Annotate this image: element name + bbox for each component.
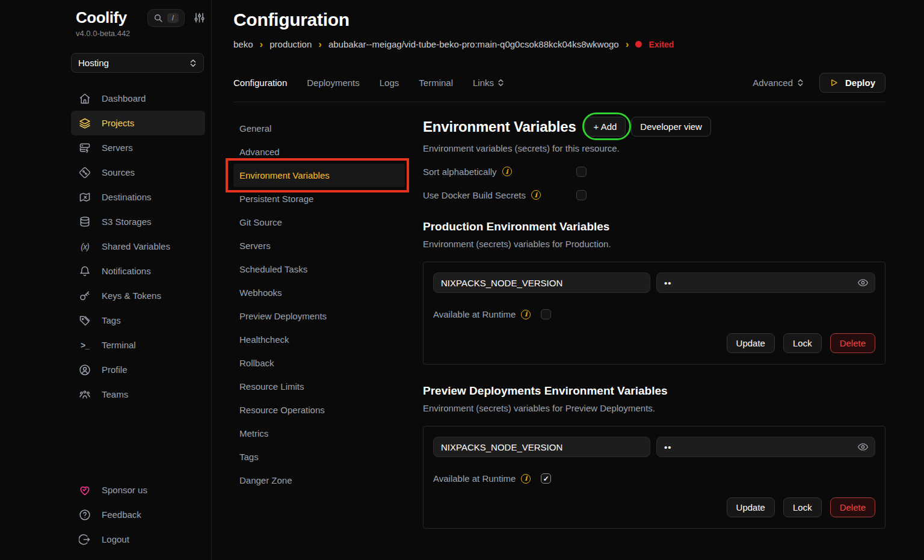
variable-value-input[interactable] [656,272,875,293]
eye-icon[interactable] [857,277,869,289]
team-select[interactable]: Hosting [71,53,204,73]
sidebar-item-sources[interactable]: Sources [71,160,205,185]
available-at-runtime-row: Available at Runtime i ✓ [433,473,875,484]
tab-terminal[interactable]: Terminal [419,78,453,88]
subnav-item-persistent-storage[interactable]: Persistent Storage [233,187,405,211]
subnav-item-preview-deployments[interactable]: Preview Deployments [233,304,405,328]
subnav-item-resource-limits[interactable]: Resource Limits [233,375,405,398]
breadcrumb-team[interactable]: beko [233,39,253,49]
docker-build-secrets-checkbox[interactable] [576,190,587,200]
chevron-right-icon: › [626,39,629,49]
tab-links-label: Links [473,78,494,88]
sidebar-item-tags[interactable]: Tags [71,308,205,333]
subnav-item-resource-operations[interactable]: Resource Operations [233,398,405,422]
tab-logs[interactable]: Logs [380,78,399,88]
preview-section-title: Preview Deployments Environment Variable… [423,384,886,398]
subnav-item-tags[interactable]: Tags [233,445,405,469]
sidebar-item-label: S3 Storages [102,217,152,227]
sidebar-item-teams[interactable]: Teams [71,382,205,407]
info-icon: i [521,310,531,319]
sidebar-item-feedback[interactable]: Feedback [71,502,205,527]
main-area: Configuration beko › production › abubak… [212,0,924,560]
users-icon [78,389,91,401]
sidebar-item-label: Teams [102,389,128,399]
sidebar: Coolify / v4.0.0-beta.442 Hosting Dashbo… [0,0,212,560]
tab-links[interactable]: Links [473,78,504,88]
status-dot [635,41,642,48]
available-at-runtime-checkbox[interactable]: ✓ [541,473,551,484]
tag-icon [78,315,91,327]
deploy-button-label: Deploy [845,78,875,88]
sidebar-item-sponsor-us[interactable]: Sponsor us [71,478,205,502]
info-icon: i [502,167,512,176]
subnav-item-advanced[interactable]: Advanced [233,140,405,164]
subnav-item-scheduled-tasks[interactable]: Scheduled Tasks [233,257,405,281]
settings-sliders-icon[interactable] [194,12,205,23]
tabs-row: Configuration Deployments Logs Terminal … [233,73,886,93]
sidebar-item-label: Feedback [102,509,141,520]
variable-key-input[interactable] [433,272,650,293]
lock-button[interactable]: Lock [783,333,822,353]
logout-icon [78,534,91,546]
advanced-dropdown-label: Advanced [753,78,793,88]
sidebar-item-logout[interactable]: Logout [71,527,205,552]
map-icon [78,191,91,203]
chevron-right-icon: › [318,39,322,49]
available-at-runtime-row: Available at Runtime i [433,309,875,319]
search-button[interactable]: / [147,9,185,27]
breadcrumb-resource[interactable]: abubakar--meigag/vid-tube-beko-pro:main-… [328,39,619,49]
sidebar-item-profile[interactable]: Profile [71,357,205,382]
sidebar-item-dashboard[interactable]: Dashboard [71,86,205,111]
sidebar-item-label: Tags [102,315,121,325]
sidebar-item-terminal[interactable]: >_ Terminal [71,333,205,357]
pane-header: Environment Variables + Add Developer vi… [423,117,886,137]
delete-button[interactable]: Delete [830,333,875,353]
chevron-updown-icon [797,79,804,87]
sidebar-item-shared-variables[interactable]: (x) Shared Variables [71,234,205,259]
docker-build-secrets-row: Use Docker Build Secrets i [423,189,886,200]
sidebar-item-servers[interactable]: Servers [71,135,205,160]
sidebar-item-destinations[interactable]: Destinations [71,185,205,209]
subnav-item-webhooks[interactable]: Webhooks [233,281,405,304]
tabs-right: Advanced Deploy [753,73,886,93]
subnav-item-healthcheck[interactable]: Healthcheck [233,328,405,351]
sidebar-item-projects[interactable]: Projects [71,111,205,135]
variable-key-input[interactable] [433,437,650,457]
sort-alphabetically-checkbox[interactable] [576,167,587,177]
subnav-item-rollback[interactable]: Rollback [233,351,405,375]
subnav-item-general[interactable]: General [233,117,405,140]
advanced-dropdown[interactable]: Advanced [753,78,804,88]
add-variable-button-label: + Add [594,122,617,132]
sidebar-item-s3-storages[interactable]: S3 Storages [71,209,205,234]
page-title: Configuration [233,10,886,30]
subnav-item-environment-variables[interactable]: Environment Variables [233,164,405,187]
play-icon [830,78,839,87]
lock-button[interactable]: Lock [783,497,822,517]
delete-button[interactable]: Delete [830,497,875,517]
tabs-divider [233,102,886,102]
subnav-item-danger-zone[interactable]: Danger Zone [233,469,405,492]
tab-configuration[interactable]: Configuration [233,78,287,88]
deploy-button[interactable]: Deploy [819,73,886,93]
sidebar-item-label: Terminal [102,340,136,350]
available-at-runtime-label: Available at Runtime [433,309,516,319]
sidebar-item-label: Dashboard [102,93,146,103]
server-icon [78,142,91,154]
tab-deployments[interactable]: Deployments [307,78,360,88]
add-variable-button[interactable]: + Add [585,117,626,137]
variable-value-input[interactable] [656,437,875,457]
sidebar-item-notifications[interactable]: Notifications [71,259,205,283]
eye-icon[interactable] [857,442,869,453]
sort-alphabetically-label: Sort alphabetically [423,167,497,177]
chevron-updown-icon [497,79,504,87]
subnav-item-metrics[interactable]: Metrics [233,422,405,445]
update-button[interactable]: Update [727,497,775,517]
database-icon [78,216,91,228]
developer-view-button[interactable]: Developer view [631,117,711,137]
sidebar-item-keys-tokens[interactable]: Keys & Tokens [71,283,205,308]
breadcrumb-environment[interactable]: production [270,39,312,49]
subnav-item-servers[interactable]: Servers [233,234,405,257]
subnav-item-git-source[interactable]: Git Source [233,211,405,234]
update-button[interactable]: Update [727,333,775,353]
available-at-runtime-checkbox[interactable] [541,309,551,319]
